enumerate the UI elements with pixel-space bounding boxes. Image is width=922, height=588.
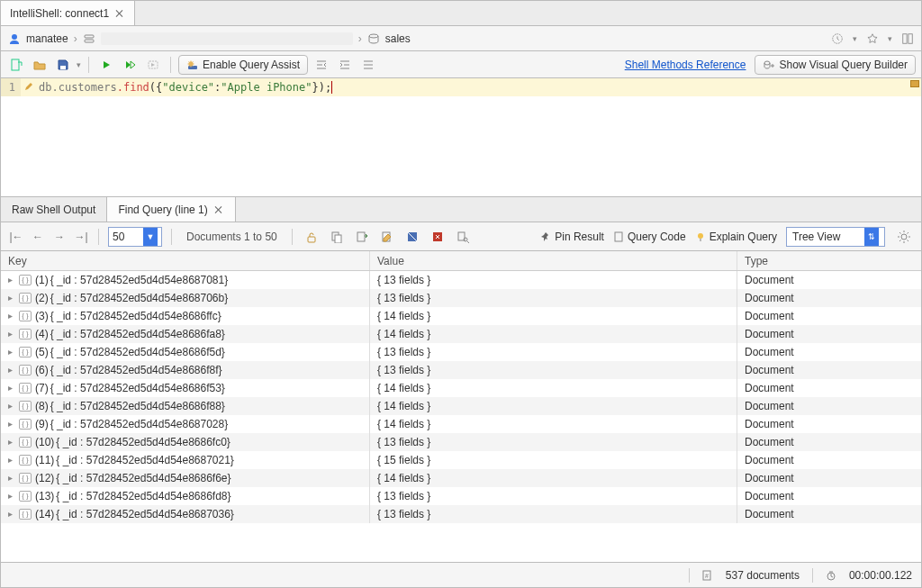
breadcrumb-db[interactable]: sales — [385, 32, 411, 45]
tab-find-query[interactable]: Find Query (line 1) — [107, 197, 235, 222]
disclosure-triangle-icon[interactable]: ▸ — [8, 433, 17, 451]
disclosure-triangle-icon[interactable]: ▸ — [8, 469, 17, 487]
row-index: (12) — [35, 469, 54, 487]
shell-methods-reference-link[interactable]: Shell Methods Reference — [625, 59, 746, 71]
history-dropdown-icon[interactable]: ▾ — [853, 34, 857, 43]
close-icon[interactable] — [114, 8, 125, 19]
row-index: (10) — [35, 433, 54, 451]
chevron-right-icon: › — [358, 32, 362, 45]
new-file-icon[interactable] — [6, 55, 26, 75]
disclosure-triangle-icon[interactable]: ▸ — [8, 379, 17, 397]
enable-query-assist-button[interactable]: Enable Query Assist — [178, 55, 308, 75]
copy-doc-icon[interactable] — [327, 227, 347, 247]
disclosure-triangle-icon[interactable]: ▸ — [8, 505, 17, 523]
table-row[interactable]: ▸{ }(13) { _id : 57d28452ed5d4d54e8686fd… — [1, 487, 921, 505]
run-selection-icon[interactable] — [120, 55, 140, 75]
disclosure-triangle-icon[interactable]: ▸ — [8, 487, 17, 505]
table-row[interactable]: ▸{ }(6) { _id : 57d28452ed5d4d54e8686f8f… — [1, 361, 921, 379]
edit-doc-icon[interactable] — [377, 227, 397, 247]
open-folder-icon[interactable] — [30, 55, 50, 75]
table-row[interactable]: ▸{ }(3) { _id : 57d28452ed5d4d54e8686ffc… — [1, 307, 921, 325]
table-row[interactable]: ▸{ }(5) { _id : 57d28452ed5d4d54e8686f5d… — [1, 343, 921, 361]
table-row[interactable]: ▸{ }(10) { _id : 57d28452ed5d4d54e8686fc… — [1, 433, 921, 451]
row-type: Document — [737, 505, 921, 523]
split-view-icon[interactable] — [901, 32, 914, 45]
disclosure-triangle-icon[interactable]: ▸ — [8, 307, 17, 325]
disclosure-triangle-icon[interactable]: ▸ — [8, 415, 17, 433]
close-icon[interactable] — [213, 204, 224, 215]
disclosure-triangle-icon[interactable]: ▸ — [8, 325, 17, 343]
json-doc-icon: { } — [19, 401, 32, 412]
json-doc-icon: { } — [19, 329, 32, 339]
tab-label: Raw Shell Output — [12, 204, 95, 216]
row-value: { 14 fields } — [370, 397, 737, 415]
table-row[interactable]: ▸{ }(1) { _id : 57d28452ed5d4d54e8687081… — [1, 271, 921, 289]
disclosure-triangle-icon[interactable]: ▸ — [8, 271, 17, 289]
tab-raw-shell-output[interactable]: Raw Shell Output — [1, 197, 107, 222]
export-icon[interactable] — [352, 227, 372, 247]
table-row[interactable]: ▸{ }(9) { _id : 57d28452ed5d4d54e8687028… — [1, 415, 921, 433]
indent-right-icon[interactable] — [335, 55, 355, 75]
column-type[interactable]: Type — [737, 251, 921, 270]
code-editor[interactable]: 1 db.customers.find({"device":"Apple iPh… — [1, 78, 921, 197]
run-icon[interactable] — [96, 55, 116, 75]
breadcrumb-host[interactable] — [101, 32, 353, 45]
column-value[interactable]: Value — [370, 251, 737, 270]
json-doc-icon: { } — [19, 293, 32, 303]
delete-doc-icon[interactable] — [428, 227, 447, 247]
row-id: { _id : 57d28452ed5d4d54e8686fc0} — [56, 433, 230, 451]
save-icon[interactable] — [53, 55, 73, 75]
disclosure-triangle-icon[interactable]: ▸ — [8, 361, 17, 379]
results-table-header: Key Value Type — [1, 251, 921, 271]
row-type: Document — [737, 289, 921, 307]
prev-page-icon[interactable]: ← — [30, 229, 46, 245]
query-code-button[interactable]: Query Code — [613, 231, 686, 243]
row-index: (2) — [35, 289, 49, 307]
format-icon[interactable] — [358, 55, 378, 75]
star-dropdown-icon[interactable]: ▾ — [888, 34, 892, 43]
table-row[interactable]: ▸{ }(7) { _id : 57d28452ed5d4d54e8686f53… — [1, 379, 921, 397]
table-row[interactable]: ▸{ }(12) { _id : 57d28452ed5d4d54e8686f6… — [1, 469, 921, 487]
history-icon[interactable] — [831, 32, 844, 45]
run-step-icon[interactable] — [143, 55, 163, 75]
last-page-icon[interactable]: →| — [73, 229, 89, 245]
row-id: { _id : 57d28452ed5d4d54e8686f88} — [50, 397, 225, 415]
row-id: { _id : 57d28452ed5d4d54e8687036} — [56, 505, 234, 523]
lightbulb-icon — [695, 231, 706, 242]
column-key[interactable]: Key — [1, 251, 370, 270]
disclosure-triangle-icon[interactable]: ▸ — [8, 289, 17, 307]
results-table-body[interactable]: ▸{ }(1) { _id : 57d28452ed5d4d54e8687081… — [1, 271, 921, 562]
indent-left-icon[interactable] — [312, 55, 331, 75]
save-dropdown-icon[interactable]: ▾ — [77, 60, 81, 69]
view-mode-select[interactable]: Tree View ⇅ — [786, 227, 885, 247]
unlock-icon[interactable] — [302, 227, 321, 247]
breadcrumb-user[interactable]: manatee — [26, 32, 68, 45]
first-page-icon[interactable]: |← — [8, 229, 24, 245]
editor-tab[interactable]: IntelliShell: connect1 — [1, 1, 135, 25]
row-type: Document — [737, 271, 921, 289]
find-in-results-icon[interactable] — [453, 227, 473, 247]
table-row[interactable]: ▸{ }(8) { _id : 57d28452ed5d4d54e8686f88… — [1, 397, 921, 415]
pin-result-button[interactable]: Pin Result — [540, 231, 604, 243]
table-row[interactable]: ▸{ }(11) { _id : 57d28452ed5d4d54e868702… — [1, 451, 921, 469]
table-row[interactable]: ▸{ }(14) { _id : 57d28452ed5d4d54e868703… — [1, 505, 921, 523]
next-page-icon[interactable]: → — [51, 229, 68, 245]
table-row[interactable]: ▸{ }(2) { _id : 57d28452ed5d4d54e868706b… — [1, 289, 921, 307]
row-index: (4) — [35, 325, 49, 343]
disclosure-triangle-icon[interactable]: ▸ — [8, 397, 17, 415]
pencil-icon — [24, 82, 35, 93]
explain-query-button[interactable]: Explain Query — [695, 231, 777, 243]
separator — [170, 57, 171, 73]
disclosure-triangle-icon[interactable]: ▸ — [8, 451, 17, 469]
disclosure-triangle-icon[interactable]: ▸ — [8, 343, 17, 361]
show-visual-query-builder-button[interactable]: Show Visual Query Builder — [755, 55, 916, 75]
warning-marker-icon[interactable] — [910, 80, 919, 87]
star-icon[interactable] — [866, 32, 879, 45]
table-row[interactable]: ▸{ }(4) { _id : 57d28452ed5d4d54e8686fa8… — [1, 325, 921, 343]
row-type: Document — [737, 397, 921, 415]
toggle-coloring-icon[interactable] — [402, 227, 422, 247]
gear-icon[interactable] — [894, 227, 914, 247]
line-number: 1 — [1, 78, 21, 96]
page-size-select[interactable]: 50 ▼ — [108, 227, 162, 247]
separator — [88, 57, 89, 73]
